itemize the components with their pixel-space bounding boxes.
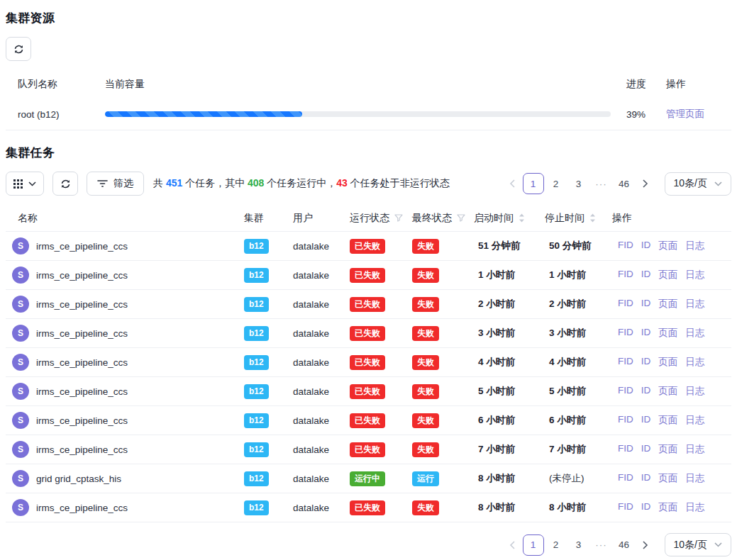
id-link[interactable]: ID bbox=[641, 443, 651, 456]
fid-link[interactable]: FID bbox=[618, 414, 633, 427]
pagination-page-1[interactable]: 1 bbox=[523, 534, 544, 556]
stop-time: 1 小时前 bbox=[545, 269, 612, 281]
id-link[interactable]: ID bbox=[641, 269, 651, 281]
page-link[interactable]: 页面 bbox=[658, 298, 677, 310]
avatar: S bbox=[12, 237, 29, 254]
pagination-page-1[interactable]: 1 bbox=[523, 173, 544, 194]
chevron-down-icon bbox=[714, 542, 722, 547]
pagination-page-46[interactable]: 46 bbox=[614, 173, 635, 194]
pagination-next[interactable] bbox=[636, 173, 655, 194]
fid-link[interactable]: FID bbox=[618, 472, 633, 485]
fid-link[interactable]: FID bbox=[618, 443, 633, 456]
filter-funnel-icon[interactable] bbox=[394, 214, 403, 222]
sort-icon[interactable] bbox=[519, 213, 525, 223]
table-row: S irms_ce_pipeline_ccs b12 datalake 已失败 … bbox=[6, 348, 731, 377]
pagination-page-2[interactable]: 2 bbox=[545, 534, 567, 556]
start-time: 4 小时前 bbox=[474, 356, 545, 369]
pagination-page-46[interactable]: 46 bbox=[614, 534, 635, 556]
cluster-tag: b12 bbox=[244, 413, 269, 428]
log-link[interactable]: 日志 bbox=[685, 414, 704, 427]
start-time: 2 小时前 bbox=[474, 298, 545, 310]
avatar: S bbox=[12, 354, 29, 371]
fid-link[interactable]: FID bbox=[618, 269, 633, 281]
log-link[interactable]: 日志 bbox=[685, 240, 704, 252]
log-link[interactable]: 日志 bbox=[685, 472, 704, 485]
summary-suffix: 个任务处于非运行状态 bbox=[348, 177, 450, 189]
pagination-ellipsis[interactable]: ··· bbox=[591, 173, 612, 194]
run-status-badge: 已失败 bbox=[350, 384, 385, 399]
fid-link[interactable]: FID bbox=[618, 327, 633, 340]
page-link[interactable]: 页面 bbox=[658, 240, 677, 252]
cluster-tag: b12 bbox=[244, 355, 269, 370]
log-link[interactable]: 日志 bbox=[685, 298, 704, 310]
final-status-badge: 失败 bbox=[412, 326, 439, 341]
id-link[interactable]: ID bbox=[641, 472, 651, 485]
pagination-page-3[interactable]: 3 bbox=[568, 173, 589, 194]
queue-row: root (b12) 39% 管理页面 bbox=[6, 99, 731, 130]
pagination-prev[interactable] bbox=[503, 534, 521, 556]
log-link[interactable]: 日志 bbox=[685, 385, 704, 398]
stop-time: (未停止) bbox=[545, 472, 612, 485]
final-status-badge: 失败 bbox=[412, 355, 439, 370]
name-header: 名称 bbox=[6, 212, 244, 225]
run-status-badge: 已失败 bbox=[350, 239, 385, 254]
fid-link[interactable]: FID bbox=[618, 240, 633, 252]
page-link[interactable]: 页面 bbox=[658, 443, 677, 456]
cluster-tag: b12 bbox=[244, 442, 269, 457]
log-link[interactable]: 日志 bbox=[685, 269, 704, 281]
manage-page-link[interactable]: 管理页面 bbox=[666, 108, 704, 119]
page-size-select[interactable]: 10条/页 bbox=[665, 533, 731, 556]
pagination-ellipsis[interactable]: ··· bbox=[591, 534, 612, 556]
fid-link[interactable]: FID bbox=[618, 385, 633, 398]
resources-refresh-button[interactable] bbox=[6, 37, 31, 61]
final-status-badge: 失败 bbox=[412, 500, 439, 515]
page-link[interactable]: 页面 bbox=[658, 472, 677, 485]
pagination-next[interactable] bbox=[636, 534, 655, 556]
running-count: 408 bbox=[248, 177, 264, 189]
fid-link[interactable]: FID bbox=[618, 501, 633, 514]
id-link[interactable]: ID bbox=[641, 501, 651, 514]
user-name: datalake bbox=[293, 474, 350, 484]
pagination-page-3[interactable]: 3 bbox=[568, 534, 589, 556]
log-link[interactable]: 日志 bbox=[685, 443, 704, 456]
page-link[interactable]: 页面 bbox=[658, 356, 677, 369]
fid-link[interactable]: FID bbox=[618, 356, 633, 369]
tasks-table-header: 名称 集群 用户 运行状态 最终状态 启动时间 bbox=[6, 205, 731, 232]
cluster-tag: b12 bbox=[244, 297, 269, 312]
run-status-badge: 已失败 bbox=[350, 413, 385, 428]
id-link[interactable]: ID bbox=[641, 356, 651, 369]
tasks-refresh-button[interactable] bbox=[52, 172, 78, 196]
progress-fill bbox=[105, 111, 302, 117]
id-link[interactable]: ID bbox=[641, 240, 651, 252]
pagination-prev[interactable] bbox=[503, 173, 521, 194]
sort-icon[interactable] bbox=[589, 213, 596, 223]
pagination-page-2[interactable]: 2 bbox=[545, 173, 567, 194]
page-link[interactable]: 页面 bbox=[658, 385, 677, 398]
log-link[interactable]: 日志 bbox=[685, 327, 704, 340]
queue-name: root (b12) bbox=[18, 109, 105, 120]
avatar: S bbox=[12, 296, 29, 313]
log-link[interactable]: 日志 bbox=[685, 501, 704, 514]
page-link[interactable]: 页面 bbox=[658, 501, 677, 514]
log-link[interactable]: 日志 bbox=[685, 356, 704, 369]
filter-funnel-icon[interactable] bbox=[457, 214, 465, 222]
id-link[interactable]: ID bbox=[641, 385, 651, 398]
progress-value: 39% bbox=[626, 109, 666, 120]
column-settings-button[interactable] bbox=[6, 172, 44, 196]
cluster-tag: b12 bbox=[244, 500, 269, 515]
start-time: 1 小时前 bbox=[474, 269, 545, 281]
page-link[interactable]: 页面 bbox=[658, 414, 677, 427]
page-link[interactable]: 页面 bbox=[658, 269, 677, 281]
table-row: S irms_ce_pipeline_ccs b12 datalake 已失败 … bbox=[6, 435, 731, 464]
page-size-select[interactable]: 10条/页 bbox=[665, 172, 731, 196]
final-status-badge: 失败 bbox=[412, 268, 439, 283]
id-link[interactable]: ID bbox=[641, 414, 651, 427]
user-name: datalake bbox=[293, 328, 350, 339]
fid-link[interactable]: FID bbox=[618, 298, 633, 310]
chevron-down-icon bbox=[28, 181, 36, 186]
id-link[interactable]: ID bbox=[641, 327, 651, 340]
page-link[interactable]: 页面 bbox=[658, 327, 677, 340]
filter-button[interactable]: 筛选 bbox=[87, 172, 144, 196]
id-link[interactable]: ID bbox=[641, 298, 651, 310]
table-row: S irms_ce_pipeline_ccs b12 datalake 已失败 … bbox=[6, 377, 731, 406]
